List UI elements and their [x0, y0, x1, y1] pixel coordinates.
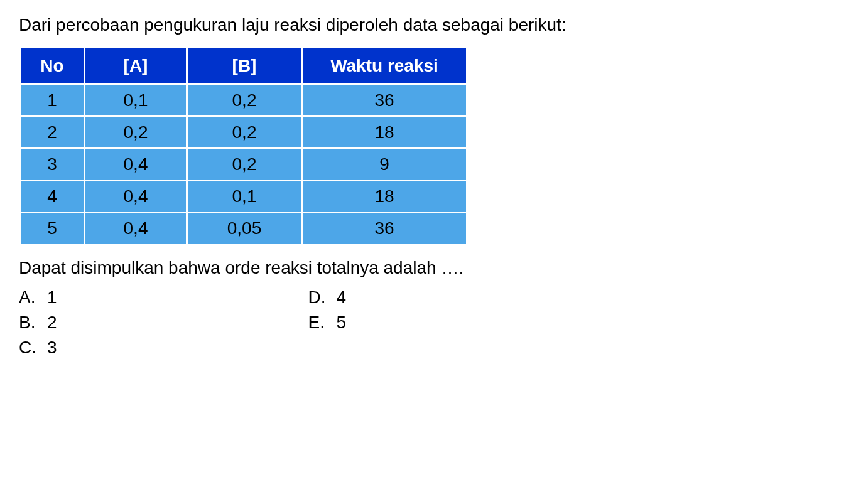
cell-b: 0,2: [188, 85, 301, 115]
options-column-right: D. 4 E. 5: [308, 287, 347, 358]
cell-waktu: 36: [303, 85, 466, 115]
cell-waktu: 18: [303, 181, 466, 212]
cell-b: 0,2: [188, 117, 301, 147]
option-letter: A.: [19, 287, 38, 308]
cell-no: 5: [21, 213, 84, 244]
option-letter: E.: [308, 313, 327, 333]
table-row: 4 0,4 0,1 18: [21, 181, 466, 212]
cell-no: 4: [21, 181, 84, 212]
option-value: 1: [47, 287, 57, 308]
option-e: E. 5: [308, 313, 347, 333]
option-a: A. 1: [19, 287, 57, 308]
header-a: [A]: [85, 48, 186, 83]
option-value: 5: [337, 313, 347, 333]
header-no: No: [21, 48, 84, 83]
option-value: 3: [47, 338, 57, 358]
cell-a: 0,1: [85, 85, 186, 115]
option-b: B. 2: [19, 313, 57, 333]
cell-a: 0,2: [85, 117, 186, 147]
question-text: Dari percobaan pengukuran laju reaksi di…: [19, 13, 832, 37]
option-d: D. 4: [308, 287, 347, 308]
table-row: 3 0,4 0,2 9: [21, 149, 466, 180]
options-column-left: A. 1 B. 2 C. 3: [19, 287, 57, 358]
table-row: 1 0,1 0,2 36: [21, 85, 466, 115]
header-waktu: Waktu reaksi: [303, 48, 466, 83]
cell-b: 0,1: [188, 181, 301, 212]
table-row: 2 0,2 0,2 18: [21, 117, 466, 147]
cell-waktu: 9: [303, 149, 466, 180]
header-b: [B]: [188, 48, 301, 83]
cell-no: 1: [21, 85, 84, 115]
cell-a: 0,4: [85, 181, 186, 212]
options-container: A. 1 B. 2 C. 3 D. 4 E. 5: [19, 287, 832, 358]
cell-waktu: 36: [303, 213, 466, 244]
table-row: 5 0,4 0,05 36: [21, 213, 466, 244]
cell-no: 2: [21, 117, 84, 147]
option-letter: D.: [308, 287, 327, 308]
table-header-row: No [A] [B] Waktu reaksi: [21, 48, 466, 83]
cell-waktu: 18: [303, 117, 466, 147]
option-value: 4: [337, 287, 347, 308]
cell-no: 3: [21, 149, 84, 180]
option-letter: C.: [19, 338, 38, 358]
cell-a: 0,4: [85, 213, 186, 244]
cell-b: 0,2: [188, 149, 301, 180]
option-letter: B.: [19, 313, 38, 333]
option-c: C. 3: [19, 338, 57, 358]
cell-b: 0,05: [188, 213, 301, 244]
option-value: 2: [47, 313, 57, 333]
conclusion-text: Dapat disimpulkan bahwa orde reaksi tota…: [19, 258, 832, 278]
cell-a: 0,4: [85, 149, 186, 180]
data-table: No [A] [B] Waktu reaksi 1 0,1 0,2 36 2 0…: [19, 46, 468, 245]
